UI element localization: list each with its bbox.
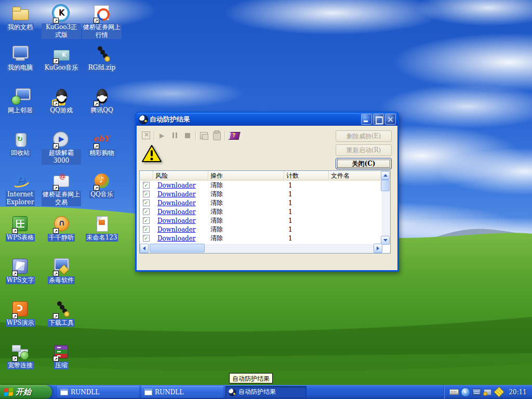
scroll-left-button[interactable] — [140, 244, 149, 253]
row-check-icon[interactable]: ✓ — [143, 182, 150, 189]
risk-link[interactable]: Downloader — [153, 200, 208, 207]
row-check-icon[interactable]: ✓ — [143, 208, 150, 215]
desktop-icon-wps-sheets[interactable]: ↗WPS表格 — [1, 215, 40, 242]
clipboard-icon[interactable] — [210, 130, 223, 141]
desktop-icon-jianqiao-online-quotes[interactable]: ↗健桥证券网上 行情 — [82, 5, 122, 39]
desktop-icon-unnamed-123[interactable]: 未命名123 — [82, 215, 122, 242]
column-header-2[interactable]: 操作 — [208, 171, 284, 181]
network-places-icon — [11, 88, 30, 105]
task-button-3[interactable]: 自动防护结果 — [225, 386, 307, 398]
play-icon[interactable] — [156, 130, 169, 141]
scroll-up-button[interactable] — [381, 171, 390, 180]
taskbar-clock: 20:11 — [509, 389, 527, 396]
table-row[interactable]: ✓Downloader清除1 — [140, 190, 390, 198]
desktop-icon-qq-music[interactable]: ↗QQ音乐 — [82, 172, 122, 198]
desktop-icon-my-documents[interactable]: 我的文档 — [1, 5, 40, 31]
risk-link[interactable]: Downloader — [153, 182, 208, 189]
toolbar-separator — [154, 131, 155, 140]
dialog-titlebar[interactable]: 自动防护结果 — [136, 113, 398, 126]
column-header-3[interactable]: 计数 — [284, 171, 329, 181]
desktop-icon-label: 千千静听 — [48, 234, 75, 242]
desktop-icon-compress[interactable]: ↗压缩 — [42, 343, 81, 369]
stop-icon[interactable] — [181, 130, 194, 141]
window-icon — [60, 389, 68, 395]
desktop-icon-rgfd-zip[interactable]: RGfd.zip — [82, 45, 122, 72]
risk-link[interactable]: Downloader — [153, 191, 208, 198]
vertical-scrollbar[interactable] — [381, 171, 390, 245]
shortcut-arrow-icon: ↗ — [94, 18, 99, 23]
keyboard-icon[interactable] — [449, 389, 459, 395]
my-computer-icon — [11, 45, 30, 63]
risk-link[interactable]: Downloader — [153, 235, 208, 242]
table-row[interactable]: ✓Downloader清除1 — [140, 225, 390, 234]
desktop-icon-label: 网上邻居 — [7, 107, 34, 114]
desktop-icon-recycle-bin[interactable]: 回收站 — [1, 130, 40, 157]
close-button[interactable]: 关闭(C) — [336, 158, 392, 169]
desktop-icon-tencent-qq[interactable]: ↗腾讯QQ — [82, 88, 122, 114]
action-cell: 清除 — [208, 234, 284, 243]
desktop-icon-label: WPS表格 — [6, 234, 35, 242]
row-check-icon[interactable]: ✓ — [143, 217, 150, 224]
desktop-icon-antivirus-software[interactable]: ↗杀毒软件 — [42, 258, 81, 284]
column-header-1[interactable]: 风险 — [153, 171, 208, 181]
toolbar-separator — [224, 131, 225, 140]
desktop-icon-shopping[interactable]: ↗精彩购物 — [82, 130, 122, 157]
close-result-icon[interactable] — [140, 130, 152, 141]
table-row[interactable]: ✓Downloader清除1 — [140, 216, 390, 225]
close-icon[interactable] — [385, 114, 396, 125]
risk-link[interactable]: Downloader — [153, 208, 208, 216]
maximize-button[interactable] — [373, 114, 384, 125]
desktop-icon-my-computer[interactable]: 我的电脑 — [1, 45, 40, 72]
desktop-icon-ttplayer[interactable]: ↗千千静听 — [42, 215, 81, 242]
action-cell: 清除 — [208, 190, 284, 198]
row-check-icon[interactable]: ✓ — [143, 235, 150, 242]
table-row[interactable]: ✓Downloader清除1 — [140, 198, 390, 207]
desktop-icon-broadband-connection[interactable]: ↗宽带连接 — [1, 343, 40, 369]
table-row[interactable]: ✓Downloader清除1 — [140, 207, 390, 216]
delete-threat-button[interactable]: 删除威胁(E) — [336, 130, 392, 142]
properties-icon[interactable] — [198, 130, 210, 141]
desktop-icon-network-places[interactable]: 网上邻居 — [1, 88, 40, 114]
column-header-4[interactable]: 文件名 — [329, 171, 382, 181]
collapse-chevron-icon[interactable] — [461, 388, 470, 396]
column-header-check[interactable] — [140, 171, 153, 181]
desktop-icon-qq-games[interactable]: ↗QQ游戏 — [42, 88, 81, 114]
action-cell: 清除 — [208, 198, 284, 207]
qq-music-icon: ↗ — [92, 172, 111, 190]
horizontal-scroll-thumb[interactable] — [150, 244, 205, 252]
desktop-icon-internet-explorer[interactable]: Internet Explorer — [1, 172, 40, 206]
row-check-icon[interactable]: ✓ — [143, 191, 150, 197]
taskbar-tooltip: 自动防护结果 — [229, 373, 273, 383]
desktop-icon-jianqiao-online-trading[interactable]: ↗健桥证券网上 交易 — [42, 172, 81, 206]
help-book-icon[interactable] — [227, 130, 240, 141]
desktop-icon-super-player-3000[interactable]: ↗超级解霸3000 — [42, 130, 81, 165]
vertical-scroll-thumb[interactable] — [381, 180, 390, 191]
norton-diamond-icon[interactable] — [495, 387, 504, 396]
shortcut-arrow-icon: ↗ — [53, 18, 59, 23]
task-button-2[interactable]: RUNDLL — [141, 386, 223, 398]
task-button-1[interactable]: RUNDLL — [57, 386, 139, 398]
horizontal-scrollbar[interactable] — [140, 244, 382, 253]
risk-link[interactable]: Downloader — [153, 226, 208, 233]
desktop-icon-label: KuGoo音乐 — [44, 64, 79, 72]
shortcut-arrow-icon: ↗ — [12, 313, 18, 319]
row-check-icon[interactable]: ✓ — [143, 226, 150, 233]
pause-icon[interactable] — [169, 130, 181, 141]
table-row[interactable]: ✓Downloader清除1 — [140, 181, 390, 190]
row-check-icon[interactable]: ✓ — [143, 200, 150, 206]
start-button[interactable]: 开始 — [0, 385, 52, 399]
desktop-icon-kugoo3[interactable]: ↗KuGoo3正式版 — [42, 5, 81, 39]
table-row[interactable]: ✓Downloader清除1 — [140, 234, 390, 243]
desktop-icon-wps-writer[interactable]: ↗WPS文字 — [1, 258, 40, 284]
restart-button[interactable]: 重新启动(R) — [336, 144, 392, 156]
firewall-icon[interactable] — [472, 389, 481, 395]
network-computers-icon[interactable] — [484, 389, 491, 395]
minimize-button[interactable] — [361, 114, 372, 125]
download-tool-icon: ↗ — [52, 300, 71, 318]
risk-link[interactable]: Downloader — [153, 217, 208, 224]
desktop-icon-kugoo-music[interactable]: ↗KuGoo音乐 — [42, 45, 81, 72]
windows-logo-icon — [4, 388, 13, 396]
super-player-3000-icon: ↗ — [52, 130, 71, 148]
desktop-icon-wps-presentation[interactable]: ↗WPS演示 — [1, 300, 40, 327]
desktop-icon-download-tool[interactable]: ↗下载工具 — [42, 300, 81, 327]
